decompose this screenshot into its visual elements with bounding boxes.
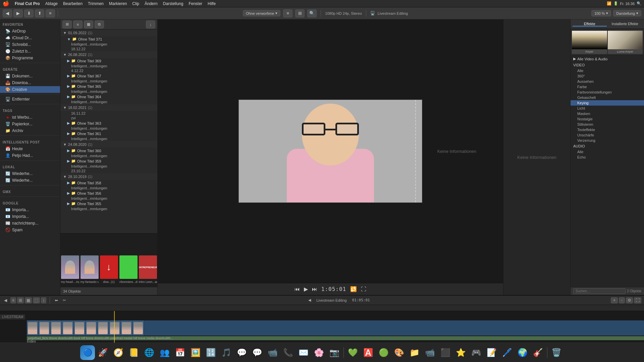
sidebar-item-docs[interactable]: 💾 Dokumen...: [0, 73, 60, 79]
date-group-2810[interactable]: ▼ 28.10.2019 (1): [60, 173, 157, 180]
filter-dropdown[interactable]: Ohne verworfene ▾: [243, 10, 280, 16]
sub-231022[interactable]: 23.10.22: [60, 169, 157, 173]
thumb-item-5[interactable]: ENTREPRENEUR Intro Leon...ari FINAL: [139, 255, 157, 284]
tl-view3-btn[interactable]: ▦: [25, 297, 32, 303]
playhead[interactable]: [114, 311, 115, 345]
menu-finalcutpro[interactable]: Final Cut Pro: [12, 0, 43, 7]
effects-section-video[interactable]: VIDEO: [571, 62, 644, 68]
sub-4122[interactable]: 4.12.22: [60, 68, 157, 73]
sidebar-item-apps[interactable]: 📦 Programme: [0, 55, 60, 61]
dock-messenger[interactable]: 💬: [234, 345, 249, 360]
menu-hilfe[interactable]: Hilfe: [205, 0, 218, 7]
menu-trimmen[interactable]: Trimmen: [85, 0, 106, 7]
dock-appstore[interactable]: 🅰️: [361, 345, 376, 360]
toolbar-back-btn[interactable]: ◀: [3, 9, 12, 17]
sub-zvi[interactable]: zvi: [60, 116, 157, 120]
effects-sub-farbvorein[interactable]: Farbvoreinstellungen: [571, 89, 644, 95]
video-track[interactable]: [27, 320, 644, 336]
dock-garageband[interactable]: 🎸: [531, 345, 545, 360]
effects-sub-aussehen[interactable]: Aussehen: [571, 79, 644, 84]
sidebar-item-import2[interactable]: 📧 Importa...: [0, 213, 60, 220]
sub-intelligent-364[interactable]: Intelligent...mmlungen: [60, 100, 157, 104]
sub-intelligent-359[interactable]: Intelligent...mmlungen: [60, 164, 157, 169]
effects-section-all-video-audio[interactable]: ▶ Alle Video & Audio: [571, 56, 644, 62]
effects-section-audio[interactable]: AUDIO: [571, 143, 644, 149]
sidebar-item-nachrichten[interactable]: 📰 nachrichtenp...: [0, 220, 60, 227]
dock-illustrator[interactable]: 🖊️: [500, 345, 515, 360]
effects-sub-texteffekte[interactable]: Texteffekte: [571, 127, 644, 132]
folder-358[interactable]: ▶ 📁 Ohne Titel 358: [60, 180, 157, 186]
sub-intelligent-355[interactable]: Intelligent...mmlungen: [60, 206, 157, 211]
dock-finder[interactable]: 🔵: [80, 345, 95, 360]
tl-clip-btn[interactable]: ✂: [61, 298, 67, 303]
sidebar-item-heute[interactable]: 📅 Heute: [0, 145, 60, 152]
sub-intelligent-365[interactable]: Intelligent...mmlungen: [60, 89, 157, 94]
folder-365[interactable]: ▶ 📁 Ohne Titel 365: [60, 83, 157, 89]
thumb-item-1[interactable]: my-head-...ing-video: [61, 255, 79, 284]
sidebar-item-werbung[interactable]: ● ist Werbu...: [0, 114, 60, 121]
effects-sub-alle[interactable]: Alle: [571, 68, 644, 73]
browser-view3-btn[interactable]: ▦: [84, 20, 93, 28]
search-btn[interactable]: 🔍: [307, 9, 317, 17]
dock-chrome[interactable]: 🌐: [142, 345, 157, 360]
dock-safari[interactable]: 🧭: [111, 345, 126, 360]
dock-contacts[interactable]: 👥: [157, 345, 172, 360]
sub-intelligent-358[interactable]: Intelligent...mmlungen: [60, 186, 157, 190]
dock-photos[interactable]: 🌸: [312, 345, 326, 360]
sidebar-item-downloads[interactable]: 📥 Downloa...: [0, 79, 60, 86]
tl-settings-btn[interactable]: ⚙: [626, 297, 633, 303]
effects-sub-stilisieren[interactable]: Stilisieren: [571, 122, 644, 127]
effects-tab-effects[interactable]: Effekte: [573, 22, 607, 26]
sub-intelligent-361[interactable]: Intelligent...mmlungen: [60, 136, 157, 141]
folder-355[interactable]: ▶ 📁 Ohne Titel 355: [60, 201, 157, 206]
dock-finder2[interactable]: 📁: [407, 345, 422, 360]
menu-bearbeiten[interactable]: Bearbeiten: [60, 0, 85, 7]
dock-zoom[interactable]: 📹: [423, 345, 437, 360]
effect-thumb-keyer[interactable]: Keyer: [572, 30, 607, 54]
loop-btn[interactable]: 🔁: [350, 286, 357, 292]
tl-zoom-in-btn[interactable]: +: [611, 297, 618, 303]
folder-361[interactable]: ▶ 📁 Ohne Titel 361: [60, 131, 157, 136]
dock-skype[interactable]: 📞: [281, 345, 296, 360]
sidebar-item-desktop[interactable]: 🖥️ Schreibti...: [0, 41, 60, 48]
sidebar-item-remote[interactable]: 🖥️ Entfernter: [0, 96, 60, 103]
dock-mail[interactable]: ✉️: [296, 345, 311, 360]
toolbar-share-btn[interactable]: ⬆: [35, 9, 44, 17]
sidebar-item-creative[interactable]: 🎨 Creative: [0, 86, 60, 93]
dock-wechat[interactable]: 💚: [345, 345, 360, 360]
tl-zoom-out-btn[interactable]: -: [619, 297, 625, 303]
folder-363[interactable]: ▶ 📁 Ohne Titel 363: [60, 120, 157, 126]
sub-intelligent-360[interactable]: Intelligent...mmlungen: [60, 154, 157, 158]
folder-360[interactable]: ▶ 📁 Ohne Titel 360: [60, 148, 157, 154]
browser-view4-btn[interactable]: ⧉: [95, 20, 104, 28]
folder-367[interactable]: ▶ 📁 Ohne Titel 367: [60, 73, 157, 79]
dock-launchpad[interactable]: 🚀: [96, 345, 110, 360]
menu-ablage[interactable]: Ablage: [43, 0, 60, 7]
tl-view1-btn[interactable]: ≡: [10, 297, 16, 303]
sidebar-item-archiv[interactable]: 📁 Archiv: [0, 127, 60, 134]
dock-messages[interactable]: 💬: [250, 345, 265, 360]
fullscreen-btn[interactable]: ⛶: [361, 286, 366, 292]
apple-menu-icon[interactable]: 🍎: [3, 0, 9, 7]
browser-sort-btn[interactable]: ↓: [146, 20, 155, 28]
view-dropdown[interactable]: Darstellung ▾: [613, 10, 641, 16]
effects-sub-360[interactable]: 360°: [571, 73, 644, 79]
thumb-item-3[interactable]: ↓ dow...(1): [100, 255, 118, 284]
folder-371[interactable]: ▼ 📁 Ohne Titel 371: [60, 36, 157, 42]
dock-calendar[interactable]: 📅: [173, 345, 187, 360]
dock-photoshop[interactable]: 🎨: [392, 345, 407, 360]
sidebar-item-import1[interactable]: 📧 Importa...: [0, 206, 60, 213]
menu-aendern[interactable]: Ändern: [142, 0, 160, 7]
tl-view4-btn[interactable]: ⬚: [33, 297, 40, 303]
dock-facetime[interactable]: 📹: [265, 345, 280, 360]
toolbar-fwd-btn[interactable]: ▶: [13, 9, 23, 17]
sub-intelligent-1[interactable]: Intelligent...mmlungen: [60, 42, 157, 47]
menu-darstellung[interactable]: Darstellung: [160, 0, 186, 7]
dock-preview[interactable]: 🖼️: [188, 345, 203, 360]
sidebar-item-recent[interactable]: 🕒 Zuletzt b...: [0, 48, 60, 55]
dock-calculator[interactable]: 🔢: [204, 345, 218, 360]
dock-trash[interactable]: 🗑️: [549, 345, 564, 360]
sub-16112[interactable]: 16.11.22: [60, 111, 157, 116]
effects-sub-licht[interactable]: Licht: [571, 106, 644, 111]
play-to-end-btn[interactable]: ⏭: [312, 286, 317, 292]
